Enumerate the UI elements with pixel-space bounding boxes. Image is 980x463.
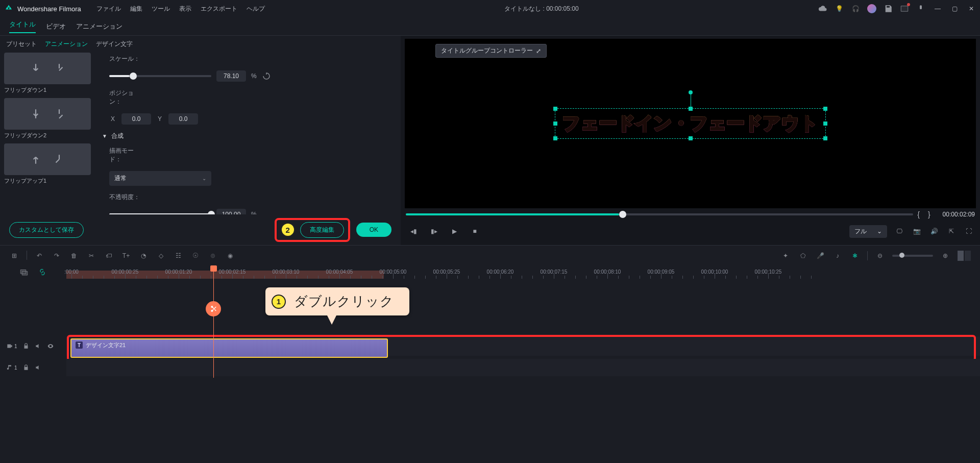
mic-icon[interactable]: [916, 4, 925, 13]
rotate-handle[interactable]: [689, 90, 693, 94]
ok-button[interactable]: OK: [356, 223, 391, 237]
lock-icon[interactable]: [22, 343, 30, 350]
resize-handle[interactable]: [553, 121, 557, 126]
subtab-animation[interactable]: アニメーション: [45, 40, 88, 48]
title-bounding-box[interactable]: フェードイン・フェードアウト: [555, 108, 826, 139]
next-frame-button[interactable]: ▮▸: [427, 225, 440, 238]
preview-stage[interactable]: タイトルグループコントローラー⤢ フェードイン・フェードアウト: [405, 39, 976, 208]
menu-file[interactable]: ファイル: [96, 5, 121, 13]
snapshot-icon[interactable]: 📷: [912, 226, 922, 236]
bulb-icon[interactable]: 💡: [835, 4, 844, 13]
title-group-controller[interactable]: タイトルグループコントローラー⤢: [435, 44, 547, 58]
resize-handle[interactable]: [823, 136, 827, 140]
cut-icon[interactable]: ✂: [86, 251, 96, 261]
subtab-design-text[interactable]: デザイン文字: [96, 40, 133, 48]
scale-label: スケール：: [109, 55, 145, 63]
delete-icon[interactable]: 🗑: [69, 251, 79, 261]
mute-icon[interactable]: [35, 364, 42, 371]
y-value[interactable]: 0.0: [168, 113, 198, 125]
audio-track-lane[interactable]: [66, 359, 980, 376]
resize-handle[interactable]: [689, 107, 693, 111]
adjust-icon[interactable]: ☷: [173, 251, 183, 261]
tab-video[interactable]: ビデオ: [46, 22, 66, 31]
tag-icon[interactable]: 🏷: [104, 251, 114, 261]
speed-icon[interactable]: ◇: [156, 251, 166, 261]
tl-music-icon[interactable]: ♪: [832, 251, 843, 261]
thumb-label: フリップアップ1: [4, 177, 93, 185]
thumb-flipdown1[interactable]: フリップダウン1: [4, 53, 93, 94]
tl-mic-icon[interactable]: 🎤: [815, 251, 825, 261]
resize-handle[interactable]: [689, 136, 693, 140]
save-icon[interactable]: [884, 4, 893, 13]
title-clip[interactable]: T デザイン文字21: [70, 338, 388, 358]
chroma-icon[interactable]: ◉: [225, 251, 235, 261]
resize-handle[interactable]: [553, 107, 557, 111]
reset-icon[interactable]: [262, 71, 271, 81]
opacity-value[interactable]: 100.00: [216, 209, 246, 214]
tl-icon[interactable]: ✦: [780, 251, 791, 261]
eye-icon[interactable]: [47, 343, 54, 350]
mute-icon[interactable]: [35, 343, 42, 350]
mode-icon[interactable]: ⊞: [9, 251, 19, 261]
undo-icon[interactable]: ↶: [34, 251, 44, 261]
volume-icon[interactable]: 🔊: [929, 226, 939, 236]
playhead[interactable]: [213, 265, 214, 378]
menu-edit[interactable]: 編集: [130, 5, 142, 13]
fx-icon[interactable]: ⊚: [208, 251, 218, 261]
zoom-slider[interactable]: [892, 255, 933, 257]
scale-unit: %: [251, 72, 257, 80]
fullscreen-icon[interactable]: ⛶: [964, 226, 974, 236]
cloud-icon[interactable]: [818, 4, 827, 13]
resolution-select[interactable]: フル⌄: [849, 225, 887, 238]
advanced-edit-button[interactable]: 高度編集: [300, 222, 344, 238]
color-icon[interactable]: ⦿: [190, 251, 201, 261]
zoom-out-icon[interactable]: ⊖: [875, 251, 885, 261]
save-preset-button[interactable]: カスタムとして保存: [9, 222, 84, 238]
play-button[interactable]: ▶: [448, 225, 461, 238]
scale-slider[interactable]: [109, 75, 211, 77]
title-text[interactable]: フェードイン・フェードアウト: [559, 111, 821, 136]
trim-braces[interactable]: {}: [917, 210, 938, 218]
menu-tools[interactable]: ツール: [152, 5, 170, 13]
subtab-preset[interactable]: プリセット: [6, 40, 37, 48]
prev-frame-button[interactable]: ◂▮: [407, 225, 420, 238]
time-ruler[interactable]: :00:0000:00:00:2500:00:01:2000:00:02:150…: [66, 265, 980, 279]
menu-export[interactable]: エクスポート: [201, 5, 237, 13]
resize-handle[interactable]: [823, 107, 827, 111]
menu-view[interactable]: 表示: [179, 5, 191, 13]
open-icon[interactable]: [900, 4, 909, 13]
redo-icon[interactable]: ↷: [52, 251, 62, 261]
tab-title[interactable]: タイトル: [9, 20, 36, 33]
export-icon[interactable]: ⇱: [946, 226, 957, 236]
thumb-flipup1[interactable]: フリップアップ1: [4, 143, 93, 185]
tab-animation[interactable]: アニメーション: [76, 22, 122, 31]
zoom-in-icon[interactable]: ⊕: [940, 251, 950, 261]
text-add-icon[interactable]: T+: [121, 251, 131, 261]
tl-marker-icon[interactable]: ✱: [850, 251, 860, 261]
scale-value[interactable]: 78.10: [216, 70, 246, 82]
headset-icon[interactable]: 🎧: [851, 4, 860, 13]
opacity-slider[interactable]: [109, 213, 211, 214]
tl-shield-icon[interactable]: ⬠: [798, 251, 808, 261]
layers-icon[interactable]: [19, 267, 29, 277]
link-icon[interactable]: [38, 267, 47, 277]
window-maximize-icon[interactable]: ▢: [950, 3, 960, 14]
crop-icon[interactable]: ◔: [138, 251, 149, 261]
x-label: X: [109, 115, 116, 123]
seek-slider[interactable]: [406, 213, 913, 215]
window-close-icon[interactable]: ✕: [967, 3, 976, 14]
menu-help[interactable]: ヘルプ: [247, 5, 265, 13]
thumb-flipdown2[interactable]: フリップダウン2: [4, 98, 93, 139]
compose-section[interactable]: ▼合成: [102, 132, 391, 140]
view-mode-toggle[interactable]: [958, 251, 971, 261]
window-minimize-icon[interactable]: —: [933, 3, 943, 14]
blend-select[interactable]: 通常⌄: [109, 171, 211, 186]
monitor-icon[interactable]: 🖵: [894, 226, 904, 236]
resize-handle[interactable]: [553, 136, 557, 140]
resize-handle[interactable]: [823, 121, 827, 126]
lock-icon[interactable]: [22, 364, 30, 371]
avatar-icon[interactable]: [867, 4, 876, 13]
x-value[interactable]: 0.0: [121, 113, 151, 125]
scissor-icon[interactable]: [206, 301, 221, 316]
stop-button[interactable]: ■: [468, 225, 481, 238]
